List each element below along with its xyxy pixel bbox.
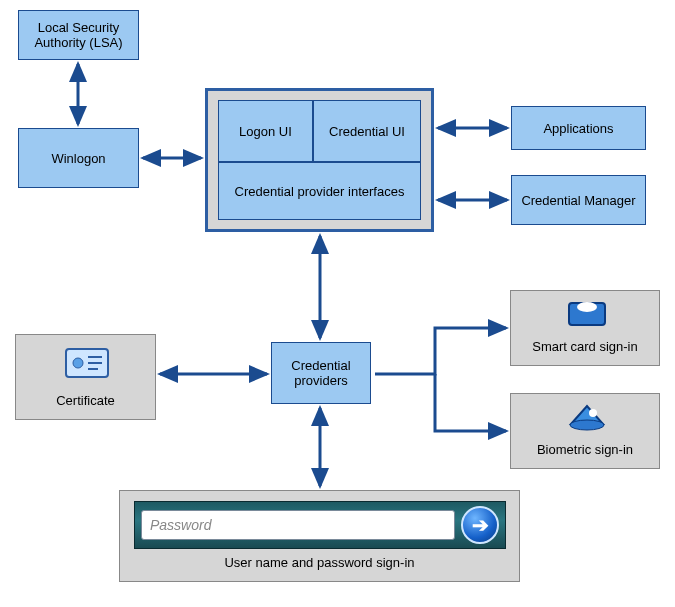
box-credential-providers-label: Credential providers [276,358,366,388]
password-input[interactable]: Password [141,510,455,540]
panel-smart-card-label: Smart card sign-in [511,339,659,354]
arrow-right-icon: ➔ [472,513,489,537]
svg-point-7 [570,420,604,430]
panel-certificate: Certificate [15,334,156,420]
box-credential-manager: Credential Manager [511,175,646,225]
box-winlogon-label: Winlogon [51,151,105,166]
password-placeholder: Password [150,517,211,533]
box-winlogon: Winlogon [18,128,139,188]
panel-biometric-label: Biometric sign-in [511,442,659,457]
svg-point-1 [73,358,83,368]
box-credential-manager-label: Credential Manager [521,193,635,208]
smart-card-icon [567,297,607,329]
certificate-icon [64,345,110,381]
panel-smart-card: Smart card sign-in [510,290,660,366]
box-credential-providers: Credential providers [271,342,371,404]
panel-password: Password ➔ User name and password sign-i… [119,490,520,582]
box-lsa-label: Local Security Authority (LSA) [23,20,134,50]
diagram-canvas: Local Security Authority (LSA) Winlogon … [0,0,675,607]
box-cp-interfaces: Credential provider interfaces [218,162,421,220]
box-credential-ui-label: Credential UI [329,124,405,139]
box-lsa: Local Security Authority (LSA) [18,10,139,60]
svg-point-8 [589,409,597,417]
box-credential-ui: Credential UI [313,100,421,162]
box-applications-label: Applications [543,121,613,136]
box-cp-interfaces-label: Credential provider interfaces [235,184,405,199]
box-logon-ui-label: Logon UI [239,124,292,139]
svg-point-6 [577,302,597,312]
panel-certificate-label: Certificate [16,393,155,408]
box-applications: Applications [511,106,646,150]
panel-biometric: Biometric sign-in [510,393,660,469]
password-submit-button[interactable]: ➔ [461,506,499,544]
box-logon-ui: Logon UI [218,100,313,162]
panel-password-label: User name and password sign-in [120,555,519,570]
biometric-icon [567,400,607,432]
password-field-container: Password ➔ [134,501,506,549]
